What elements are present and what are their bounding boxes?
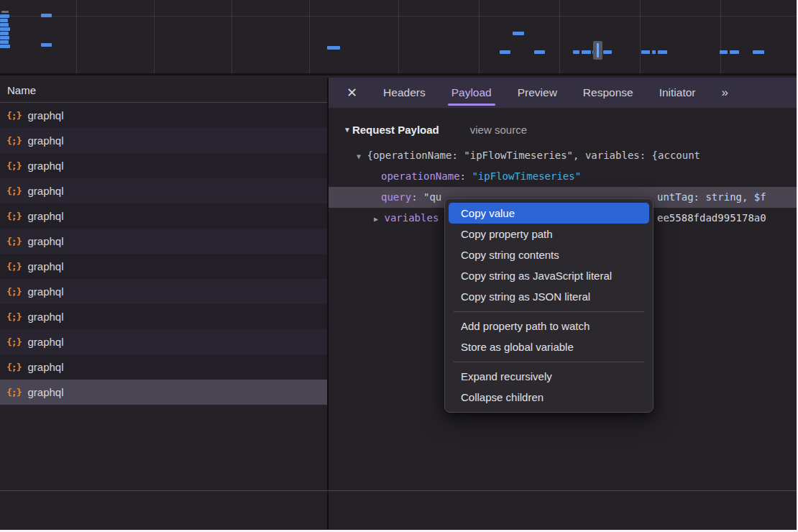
waterfall-bar[interactable]: [327, 46, 340, 50]
request-name: graphql: [27, 134, 63, 147]
waterfall-bar[interactable]: [0, 36, 9, 40]
waterfall-bar[interactable]: [573, 50, 579, 54]
waterfall-bar[interactable]: [534, 50, 545, 54]
waterfall-bar[interactable]: [41, 43, 52, 47]
tab-response[interactable]: Response: [583, 78, 633, 108]
request-row[interactable]: {;} graphql: [0, 128, 327, 153]
waterfall-bar[interactable]: [641, 50, 650, 54]
colon: :: [460, 170, 472, 182]
waterfall-bar[interactable]: [41, 14, 52, 17]
section-collapse-icon[interactable]: ▼: [344, 126, 351, 134]
network-overview[interactable]: [0, 0, 797, 75]
request-name: graphql: [27, 185, 63, 197]
json-icon: {;}: [6, 387, 21, 398]
view-source-link[interactable]: view source: [470, 124, 527, 136]
waterfall-bar[interactable]: [582, 50, 591, 54]
waterfall-bar[interactable]: [603, 50, 612, 54]
timeline-gridline: [154, 0, 155, 73]
json-icon: {;}: [6, 286, 21, 297]
request-row[interactable]: {;} graphql: [0, 178, 327, 203]
menu-divider: [454, 311, 644, 312]
context-menu: Copy valueCopy property pathCopy string …: [444, 198, 653, 413]
waterfall-bar[interactable]: [0, 40, 9, 44]
timeline-gridline: [720, 0, 721, 73]
payload-root-row[interactable]: ▼ {operationName: "ipFlowTimeseries", va…: [329, 145, 797, 166]
request-row[interactable]: {;} graphql: [0, 229, 327, 254]
menu-item-copy-value[interactable]: Copy value: [449, 203, 649, 224]
request-row[interactable]: {;} graphql: [0, 304, 327, 329]
request-name: graphql: [27, 386, 63, 398]
waterfall-bar[interactable]: [513, 32, 524, 35]
menu-item-collapse-children[interactable]: Collapse children: [445, 387, 653, 408]
request-row[interactable]: {;} graphql: [0, 329, 327, 354]
json-icon: {;}: [6, 160, 21, 171]
waterfall-bar[interactable]: [0, 14, 9, 18]
menu-item-copy-string-as-javascript-literal[interactable]: Copy string as JavaScript literal: [445, 265, 653, 286]
close-icon[interactable]: ✕: [347, 78, 357, 108]
json-icon: {;}: [6, 362, 21, 372]
waterfall-bar[interactable]: [500, 50, 510, 54]
request-row[interactable]: {;} graphql: [0, 354, 327, 380]
collapse-icon[interactable]: ▼: [357, 152, 361, 160]
property-key: query: [381, 191, 411, 203]
tab-initiator[interactable]: Initiator: [659, 78, 696, 108]
waterfall-bar[interactable]: [730, 50, 739, 54]
request-row[interactable]: {;} graphql: [0, 203, 327, 229]
json-icon: {;}: [6, 261, 21, 272]
menu-divider: [454, 362, 644, 362]
waterfall-bar[interactable]: [0, 32, 9, 35]
timeline-gridline: [398, 0, 399, 73]
property-key: variables: [384, 212, 439, 224]
waterfall-bar[interactable]: [753, 50, 764, 54]
timeline-gridline: [479, 0, 480, 73]
waterfall-bar[interactable]: [658, 50, 667, 54]
payload-operationname-row[interactable]: operationName: "ipFlowTimeseries": [329, 166, 797, 187]
request-row[interactable]: {;} graphql: [0, 153, 327, 178]
timeline-gridline: [231, 0, 232, 73]
timeline-gridline: [559, 0, 560, 73]
json-icon: {;}: [6, 185, 21, 196]
request-row[interactable]: {;} graphql: [0, 380, 327, 405]
waterfall-bar[interactable]: [0, 23, 9, 27]
waterfall-bar[interactable]: [597, 43, 599, 58]
request-row[interactable]: {;} graphql: [0, 103, 327, 128]
menu-item-copy-property-path[interactable]: Copy property path: [445, 224, 653, 244]
column-header-name[interactable]: Name: [0, 78, 327, 103]
waterfall-bar[interactable]: [720, 50, 728, 54]
tab-headers[interactable]: Headers: [383, 78, 426, 108]
more-tabs-icon[interactable]: »: [721, 86, 726, 100]
waterfall-bar[interactable]: [0, 19, 8, 22]
request-name: graphql: [27, 336, 63, 348]
request-name: graphql: [27, 210, 63, 222]
colon: :: [411, 191, 423, 203]
property-value-right: untTag: string, $f: [657, 187, 766, 208]
payload-root-preview: {operationName: "ipFlowTimeseries", vari…: [367, 150, 700, 161]
section-title: Request Payload: [352, 124, 439, 136]
property-value: "ipFlowTimeseries": [472, 170, 581, 182]
request-row[interactable]: {;} graphql: [0, 254, 327, 279]
request-row[interactable]: {;} graphql: [0, 279, 327, 304]
property-preview-right: ee5588fdad995178a0: [657, 208, 766, 229]
tab-preview[interactable]: Preview: [518, 78, 557, 108]
tabs: HeadersPayloadPreviewResponseInitiator: [383, 78, 695, 108]
json-icon: {;}: [6, 110, 21, 121]
menu-item-expand-recursively[interactable]: Expand recursively: [445, 366, 653, 387]
request-name: graphql: [27, 361, 63, 373]
request-name: graphql: [27, 109, 63, 121]
waterfall-bar[interactable]: [0, 45, 10, 48]
waterfall-bar[interactable]: [652, 50, 656, 54]
menu-item-store-as-global-variable[interactable]: Store as global variable: [445, 336, 653, 357]
expand-icon[interactable]: ▶: [374, 215, 378, 223]
request-payload-section: ▼ Request Payload view source: [329, 119, 797, 140]
menu-item-copy-string-contents[interactable]: Copy string contents: [445, 244, 653, 265]
timeline-gridline: [76, 0, 77, 73]
tab-payload[interactable]: Payload: [451, 78, 492, 108]
request-name: graphql: [27, 235, 63, 247]
details-tabbar: ✕ HeadersPayloadPreviewResponseInitiator…: [329, 78, 797, 108]
waterfall-bar[interactable]: [1, 11, 9, 13]
menu-item-add-property-path-to-watch[interactable]: Add property path to watch: [445, 316, 653, 336]
json-icon: {;}: [6, 236, 21, 247]
menu-item-copy-string-as-json-literal[interactable]: Copy string as JSON literal: [445, 286, 653, 307]
waterfall-bar[interactable]: [0, 27, 10, 31]
request-name: graphql: [27, 160, 63, 172]
